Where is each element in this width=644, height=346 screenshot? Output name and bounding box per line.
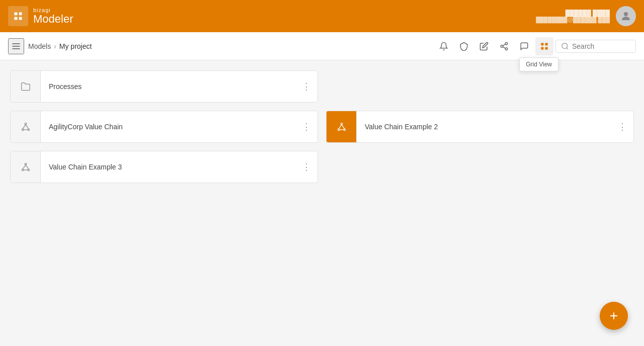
sidebar-toggle-button[interactable]	[8, 38, 24, 54]
logo-box	[8, 6, 28, 26]
empty-cell-1	[326, 70, 634, 103]
item-icon-bg-accent	[327, 111, 357, 142]
item-menu-button[interactable]: ⋮	[613, 118, 631, 136]
item-icon-bg	[11, 151, 41, 183]
app-name: Modeler	[33, 13, 73, 25]
user-name: ██████ ████	[566, 10, 610, 17]
edit-button[interactable]	[475, 37, 493, 55]
comments-button[interactable]	[515, 37, 533, 55]
svg-point-26	[338, 129, 339, 130]
svg-rect-1	[19, 13, 22, 16]
search-icon	[561, 42, 569, 50]
svg-point-17	[562, 43, 568, 49]
svg-rect-0	[15, 13, 18, 16]
item-label: Value Chain Example 2	[357, 123, 613, 131]
logo-icon	[13, 11, 23, 21]
svg-point-9	[501, 45, 503, 47]
grid-view-tooltip: Grid View	[519, 57, 558, 71]
list-item[interactable]: Processes ⋮	[10, 70, 318, 103]
svg-point-31	[25, 163, 26, 165]
nav-bar: Models › My project	[0, 32, 644, 60]
top-header: bizagi Modeler ██████ ████ ████████@████…	[0, 0, 644, 32]
svg-point-20	[22, 129, 23, 130]
svg-rect-16	[545, 47, 548, 49]
content-area: Processes ⋮ AgilityCorp Value Chain ⋮	[0, 60, 644, 193]
network-icon	[337, 122, 347, 132]
svg-point-25	[341, 123, 342, 125]
network-icon	[21, 122, 31, 132]
svg-point-8	[505, 42, 508, 45]
item-icon-bg	[11, 71, 41, 102]
share-button[interactable]	[495, 37, 513, 55]
network-icon	[21, 162, 31, 172]
item-menu-button[interactable]: ⋮	[297, 77, 315, 96]
svg-point-21	[28, 129, 29, 130]
search-box	[555, 40, 636, 53]
user-info: ██████ ████ ████████@██████.███	[536, 10, 610, 23]
svg-line-18	[567, 48, 568, 49]
svg-rect-3	[19, 17, 22, 20]
svg-point-4	[624, 12, 628, 16]
svg-rect-13	[541, 43, 543, 45]
svg-line-28	[339, 125, 342, 129]
logo-text: bizagi Modeler	[33, 7, 73, 25]
list-item[interactable]: Value Chain Example 2 ⋮	[326, 111, 634, 143]
user-email: ████████@██████.███	[536, 17, 610, 23]
breadcrumb-models-link[interactable]: Models	[28, 42, 51, 50]
svg-rect-5	[13, 43, 20, 44]
notifications-button[interactable]	[435, 37, 453, 55]
list-item[interactable]: AgilityCorp Value Chain ⋮	[10, 111, 318, 143]
avatar[interactable]	[616, 6, 636, 26]
svg-point-10	[505, 48, 508, 50]
svg-point-33	[28, 169, 29, 170]
breadcrumb: Models › My project	[28, 42, 431, 50]
grid-view-button[interactable]	[535, 37, 553, 55]
svg-line-34	[23, 165, 26, 169]
breadcrumb-separator: ›	[54, 42, 56, 50]
item-menu-button[interactable]: ⋮	[297, 118, 315, 136]
svg-point-27	[344, 129, 345, 130]
security-button[interactable]	[455, 37, 473, 55]
svg-point-19	[25, 123, 26, 125]
svg-line-12	[503, 44, 505, 45]
item-label: Value Chain Example 3	[41, 163, 297, 171]
svg-line-11	[503, 47, 505, 48]
nav-actions: Grid View	[435, 37, 636, 55]
grid-view-container: Grid View	[535, 37, 553, 55]
svg-line-29	[342, 125, 345, 129]
svg-rect-2	[15, 17, 18, 20]
svg-rect-6	[13, 46, 20, 47]
logo-area: bizagi Modeler	[8, 6, 73, 26]
search-input[interactable]	[572, 42, 627, 50]
list-item[interactable]: Value Chain Example 3 ⋮	[10, 151, 318, 183]
svg-line-23	[26, 125, 29, 129]
add-button[interactable]: +	[600, 302, 628, 330]
item-label: Processes	[41, 82, 297, 91]
svg-rect-15	[541, 47, 543, 49]
svg-rect-14	[545, 43, 548, 45]
item-icon-bg	[11, 111, 41, 142]
item-menu-button[interactable]: ⋮	[297, 158, 315, 176]
header-right: ██████ ████ ████████@██████.███	[536, 6, 636, 26]
svg-line-35	[26, 165, 29, 169]
item-label: AgilityCorp Value Chain	[41, 123, 297, 131]
svg-point-32	[22, 169, 23, 170]
svg-line-22	[23, 125, 26, 129]
folder-icon	[21, 81, 31, 92]
svg-rect-7	[13, 48, 20, 49]
empty-cell-2	[326, 151, 634, 183]
breadcrumb-current: My project	[59, 42, 92, 50]
